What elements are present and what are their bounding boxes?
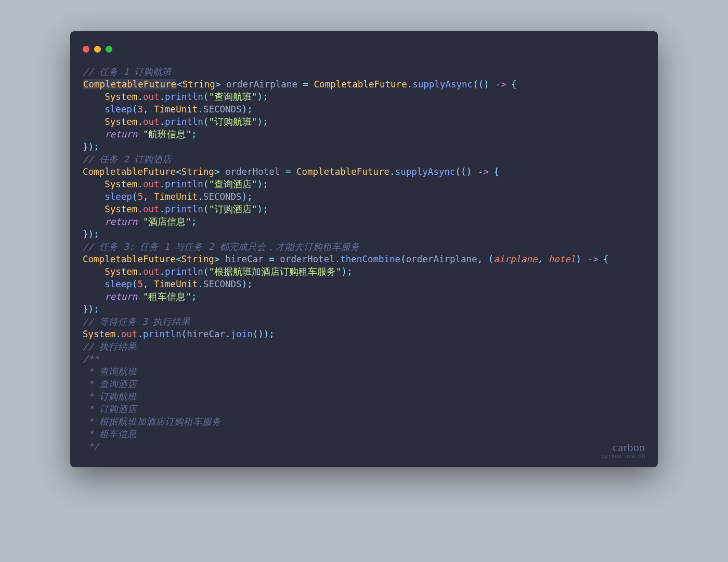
punct: (	[132, 104, 138, 114]
punct: =	[280, 167, 296, 177]
punct: .	[198, 279, 203, 289]
punct: .	[160, 266, 165, 277]
punct: .	[407, 79, 413, 90]
maximize-icon[interactable]	[106, 46, 112, 53]
punct: {	[603, 254, 609, 264]
code-type: TimeUnit	[154, 191, 198, 202]
punct: >	[215, 79, 221, 90]
punct: .	[160, 204, 165, 214]
punct: )	[257, 179, 263, 189]
code-comment: * 租车信息	[83, 429, 137, 439]
punct: });	[83, 142, 99, 152]
code-keyword: return	[105, 291, 137, 302]
punct: .	[389, 167, 395, 177]
punct: ;	[191, 291, 197, 302]
code-comment: * 查询航班	[83, 366, 137, 377]
code-comment: // 任务 2 订购酒店	[83, 154, 172, 164]
punct: ;	[263, 117, 268, 127]
punct: ;	[263, 179, 268, 189]
code-constant: SECONDS	[203, 279, 242, 289]
code-comment: * 订购酒店	[83, 404, 137, 414]
punct: .	[137, 266, 143, 277]
code-variable: orderHotel	[225, 167, 280, 177]
code-comment: // 执行结果	[83, 341, 137, 352]
code-param: hotel	[549, 254, 576, 264]
code-type: System	[105, 204, 137, 214]
code-method: join	[231, 329, 253, 339]
code-type: TimeUnit	[154, 279, 198, 289]
punct: .	[160, 179, 165, 189]
code-comment: * 查询酒店	[83, 379, 137, 389]
code-type: String	[181, 254, 214, 264]
punct: });	[83, 304, 99, 314]
punct: .	[160, 117, 165, 127]
punct: =	[297, 79, 314, 90]
code-comment: // 任务 1 订购航班	[83, 67, 172, 77]
punct: (	[400, 254, 406, 264]
punct: >	[214, 254, 220, 264]
punct: >	[214, 167, 220, 177]
punct: (	[203, 179, 209, 189]
punct: ->	[489, 79, 511, 90]
code-method: println	[143, 329, 181, 339]
code-method: sleep	[105, 104, 132, 114]
code-constant: SECONDS	[203, 191, 242, 202]
code-variable: orderAirplane	[406, 254, 477, 264]
page-background: // 任务 1 订购航班 CompletableFuture<String> o…	[0, 0, 728, 562]
code-keyword: return	[105, 129, 137, 139]
code-type: System	[105, 266, 137, 277]
code-keyword: return	[105, 216, 137, 227]
punct: )	[466, 167, 472, 177]
code-string: "查询航班"	[209, 92, 257, 102]
punct: )	[264, 329, 269, 339]
code-type: System	[105, 179, 137, 189]
punct: .	[160, 92, 165, 102]
punct: {	[511, 79, 517, 90]
code-field: out	[143, 204, 160, 214]
code-string: "订购航班"	[209, 117, 257, 127]
code-method: sleep	[105, 279, 132, 289]
punct: (	[203, 92, 209, 102]
code-comment: // 等待任务 3 执行结果	[83, 316, 190, 327]
punct: ;	[191, 129, 197, 139]
code-field: out	[143, 92, 160, 102]
punct: )	[242, 191, 248, 202]
code-comment: * 根据航班加酒店订购租车服务	[83, 416, 221, 427]
punct: .	[115, 329, 121, 339]
code-block[interactable]: // 任务 1 订购航班 CompletableFuture<String> o…	[83, 66, 645, 453]
punct: ->	[472, 167, 493, 177]
code-type: String	[183, 79, 215, 90]
code-comment: */	[83, 441, 99, 452]
code-string: "酒店信息"	[143, 216, 191, 227]
code-method: println	[165, 92, 203, 102]
punct: {	[493, 167, 499, 177]
code-string: "租车信息"	[143, 291, 191, 302]
code-number: 3	[137, 104, 143, 114]
punct: .	[225, 329, 231, 339]
code-variable: hireCar	[225, 254, 264, 264]
punct: .	[335, 254, 341, 264]
punct: });	[83, 229, 99, 239]
punct: )	[484, 79, 489, 90]
code-method: thenCombine	[340, 254, 400, 264]
punct: <	[177, 79, 183, 90]
code-field: out	[143, 266, 160, 277]
code-type: TimeUnit	[154, 104, 198, 114]
code-type: CompletableFuture	[296, 167, 389, 177]
punct: ;	[263, 204, 268, 214]
punct: )	[341, 266, 347, 277]
minimize-icon[interactable]	[94, 46, 101, 53]
code-type: String	[181, 167, 214, 177]
punct: .	[137, 117, 143, 127]
code-type: CompletableFuture	[83, 254, 176, 264]
punct: .	[137, 204, 143, 214]
code-field: out	[121, 329, 138, 339]
punct: (	[456, 167, 461, 177]
punct: (	[253, 329, 258, 339]
window-titlebar	[83, 42, 645, 56]
code-type: System	[105, 92, 137, 102]
punct: ,	[538, 254, 549, 264]
punct: ->	[581, 254, 603, 264]
close-icon[interactable]	[83, 46, 89, 53]
code-string: "订购酒店"	[209, 204, 257, 214]
